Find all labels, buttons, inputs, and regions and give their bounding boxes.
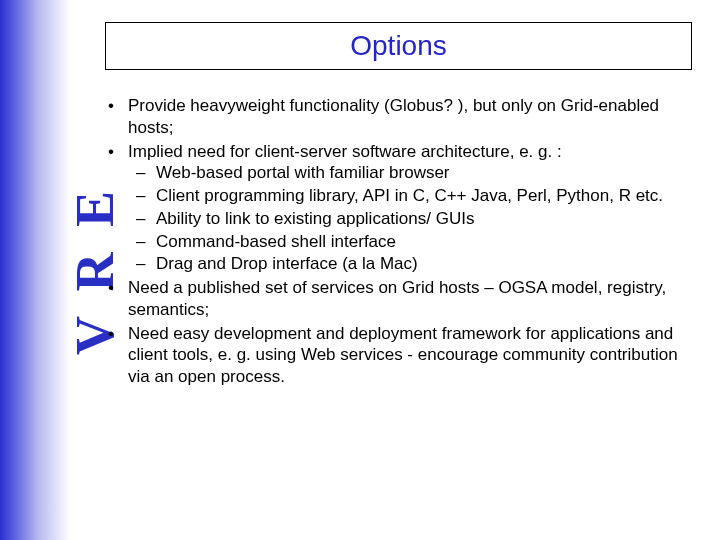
sub-bullet-item: Drag and Drop interface (a la Mac) <box>128 253 695 275</box>
bullet-list: Provide heavyweight functionality (Globu… <box>100 95 695 388</box>
slide-title: Options <box>350 30 447 62</box>
sub-bullet-item: Web-based portal with familiar browser <box>128 162 695 184</box>
bullet-item: Need a published set of services on Grid… <box>100 277 695 321</box>
sub-bullet-item: Client programming library, API in C, C+… <box>128 185 695 207</box>
bullet-item: Implied need for client-server software … <box>100 141 695 276</box>
title-box: Options <box>105 22 692 70</box>
sub-bullet-item: Ability to link to existing applications… <box>128 208 695 230</box>
slide-content: Provide heavyweight functionality (Globu… <box>100 95 695 390</box>
slide: V R E Options Provide heavyweight functi… <box>0 0 720 540</box>
left-gradient-bar <box>0 0 70 540</box>
bullet-text: Implied need for client-server software … <box>128 142 562 161</box>
sub-bullet-list: Web-based portal with familiar browser C… <box>128 162 695 275</box>
sub-bullet-item: Command-based shell interface <box>128 231 695 253</box>
bullet-item: Need easy development and deployment fra… <box>100 323 695 388</box>
bullet-item: Provide heavyweight functionality (Globu… <box>100 95 695 139</box>
